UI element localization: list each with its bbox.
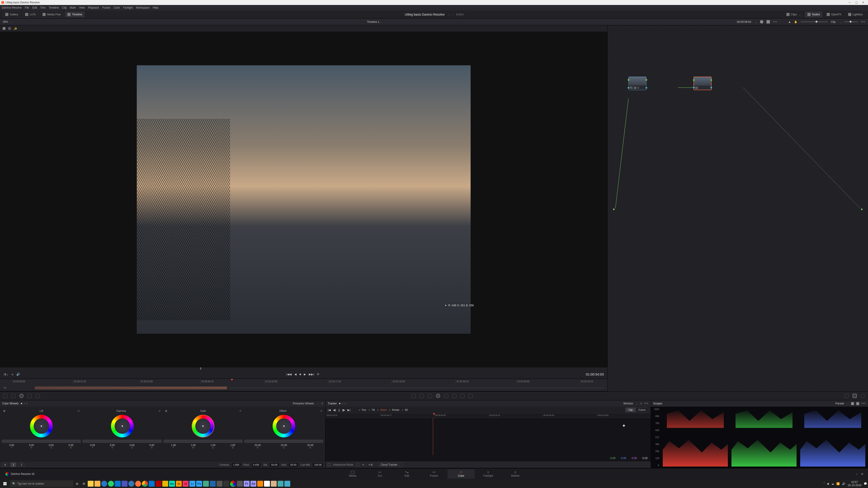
cloud-tracker-dropdown[interactable]: Cloud Tracker [379,462,403,467]
record-timecode[interactable]: 01:00:54:03 [586,372,604,376]
gain-wheel[interactable] [192,415,214,437]
tray-app-icon[interactable]: ◆ [827,482,829,485]
gamma-b-value[interactable]: 0.00 [142,444,162,447]
tracker-options-icon[interactable]: ••• [644,402,649,405]
page-media[interactable]: Media [339,469,366,479]
viewer-mode-b-icon[interactable] [8,27,11,30]
track-reverse-one-button[interactable]: ◀| [333,408,336,412]
gain-y-value[interactable]: 1.00 [164,444,183,447]
edge-legacy-icon[interactable] [128,481,134,487]
offset-g-value[interactable]: 25.00 [271,444,297,447]
node-alpha-port[interactable] [693,87,694,88]
track-forward-one-button[interactable]: |▶ [342,408,345,412]
reset-lift-icon[interactable] [78,410,80,413]
store-icon[interactable] [149,481,155,487]
chrome-icon[interactable] [142,481,148,487]
tracker-ruler[interactable]: 00:04:22:04 00:04:45:17 00:05:09:00 00:0… [326,413,651,418]
scopes-mode-dropdown[interactable]: Parade [835,402,844,405]
node-input-port[interactable] [693,79,694,81]
loop-button[interactable]: ⟳ [317,372,319,376]
node-alpha-port[interactable] [628,87,629,89]
sat-value[interactable]: 50.00 [270,463,279,466]
reset-gamma-icon[interactable] [158,410,160,413]
track-reverse-all-button[interactable]: |◀ [328,408,331,412]
keyframes-icon[interactable] [844,394,848,398]
reset-tracker-icon[interactable] [640,402,642,405]
nodes-toggle[interactable]: Nodes [805,11,822,18]
menu-fairlight[interactable]: Fairlight [123,6,133,9]
node-output-port[interactable] [710,79,712,81]
expand-scopes-icon[interactable] [856,402,859,405]
app-icon-3[interactable] [210,481,216,487]
frame-mode-button[interactable]: Frame [636,408,649,412]
viewer-canvas[interactable]: ✦ R: 046 G: 051 B: 056 [0,32,608,367]
menu-trim[interactable]: Trim [40,6,46,9]
menu-view[interactable]: View [79,6,85,9]
gamma-y-value[interactable]: 0.00 [83,444,102,447]
tracker-mode-dropdown[interactable]: Window [623,402,633,405]
lightbox-toggle[interactable]: Lightbox [846,11,865,18]
lightroom-icon[interactable]: Lr [189,481,195,487]
pan-tool-icon[interactable]: ✋ [794,20,798,24]
node-graph[interactable]: 01▦ ⊙ 02 [608,25,868,391]
timeline-toggle[interactable]: Timeline [65,11,85,18]
page-fairlight[interactable]: Fairlight [475,469,502,479]
page-cut[interactable]: Cut [366,469,393,479]
project-settings-icon[interactable]: ⚙ [861,473,864,476]
lift-master-jog[interactable] [2,440,81,443]
prev-clip-button[interactable]: |◀◀ [286,372,291,376]
zoom-checkbox[interactable]: Zoom [377,409,386,411]
lummix-value[interactable]: 100.00 [313,463,323,466]
whatsapp-icon[interactable] [108,481,114,487]
node-input-port[interactable] [628,79,629,80]
notifications-icon[interactable]: 💬 [864,482,867,485]
curves-icon[interactable] [412,394,416,398]
reset-gain-icon[interactable] [239,410,241,413]
scopes-layout-icon[interactable] [851,402,854,405]
delete-track-point-icon[interactable]: ✦🗑 [368,463,373,466]
menu-help[interactable]: Help [153,6,158,9]
app-icon-2[interactable] [203,481,209,487]
window-maximize-button[interactable]: ▢ [853,1,860,4]
lift-r-value[interactable]: 0.00 [22,444,41,447]
chevron-down-icon[interactable] [635,402,638,405]
gain-master-jog[interactable] [164,440,243,443]
scopes-icon[interactable] [852,394,857,398]
picker-icon[interactable]: ⊕ [165,410,167,413]
play-button[interactable]: ▶ [304,372,306,376]
aftereffects-icon[interactable]: Ae [250,481,256,487]
system-tray[interactable]: ˄ ◆ ☁ 📶 🔊 10:57 16-10-2019 💬 [824,481,867,487]
viewer-scrubber[interactable] [0,367,608,369]
page-2-button[interactable]: 2 [19,463,24,467]
rgb-mixer-icon[interactable] [28,394,32,398]
info-icon[interactable] [861,394,865,398]
chevron-down-icon[interactable] [316,402,319,405]
viewer-options-icon[interactable]: ••• [773,20,777,24]
onedrive-icon[interactable]: ☁ [831,482,834,485]
clip-mode-button[interactable]: Clip [625,408,636,412]
bypass-grades-icon[interactable]: ◔⌄ [4,372,8,376]
indesign-icon[interactable]: Id [183,481,188,487]
app-icon-4[interactable] [217,481,222,487]
gamma-master-jog[interactable] [83,440,162,443]
track-stop-button[interactable]: || [338,408,340,412]
viewer-mode-a-icon[interactable] [3,27,5,30]
sizing-icon[interactable] [460,394,465,398]
lift-g-value[interactable]: 0.00 [41,444,61,447]
mini-timeline[interactable]: V1 [0,385,608,391]
page-deliver[interactable]: Deliver [502,469,529,479]
scopes-options-icon[interactable]: ••• [862,402,866,405]
qualifier-icon[interactable] [420,394,424,398]
menu-davinci[interactable]: DaVinci Resolve [2,6,22,9]
stereo-icon[interactable] [469,394,473,398]
chevron-down-icon[interactable] [846,402,849,405]
menu-color[interactable]: Color [114,6,120,9]
node-zoom-slider[interactable] [801,22,828,22]
offset-master-jog[interactable] [244,440,323,443]
contrast-value[interactable]: 1.000 [232,463,241,466]
split-screen-icon[interactable] [767,20,770,24]
tracker-graph[interactable] [326,418,651,455]
vlc-icon[interactable] [257,481,263,487]
menu-timeline[interactable]: Timeline [49,6,59,9]
clock[interactable]: 10:57 16-10-2019 [848,481,862,487]
